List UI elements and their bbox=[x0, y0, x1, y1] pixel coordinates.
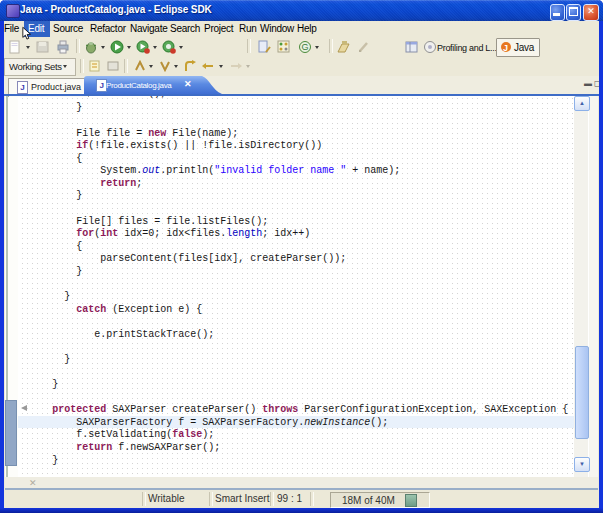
svg-text:G: G bbox=[302, 42, 309, 52]
svg-text:J: J bbox=[503, 43, 508, 53]
